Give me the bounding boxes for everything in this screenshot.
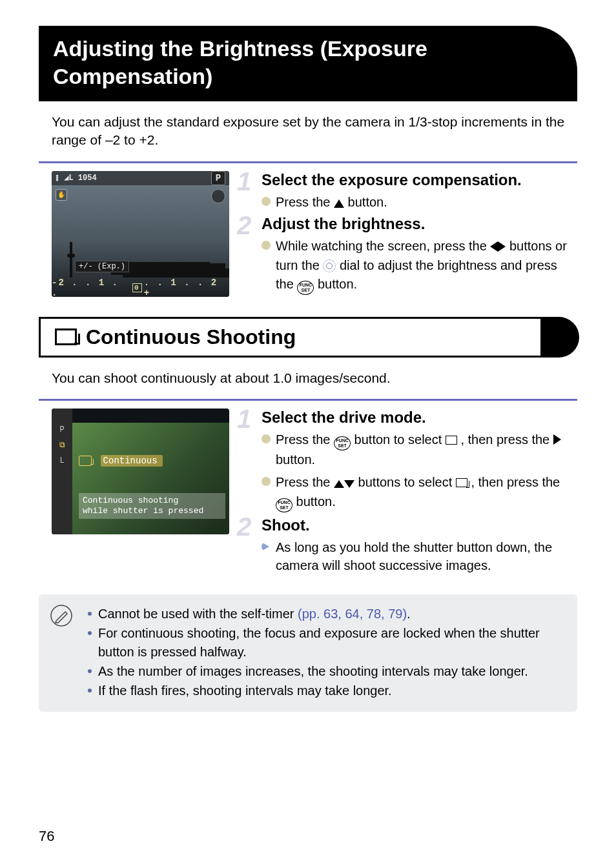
- hint-line: while shutter is pressed: [83, 506, 203, 516]
- lcd-exposure-scale: -2 . . 1 . . 0 . . 1 . . 2 +: [52, 281, 229, 294]
- func-set-button-icon: FUNCSET: [334, 436, 351, 450]
- up-button-icon: [334, 199, 344, 208]
- text: Cannot be used with the self-timer: [98, 607, 298, 621]
- lcd-stabilizer-icon: ✋: [56, 189, 67, 201]
- text: buttons to select: [358, 475, 456, 489]
- step-bullet: While watching the screen, press the but…: [262, 237, 577, 295]
- text: While watching the screen, press the: [276, 239, 490, 253]
- note-item: If the flash fires, shooting intervals m…: [88, 681, 567, 700]
- section-heading-exposure: Adjusting the Brightness (Exposure Compe…: [39, 26, 577, 101]
- bullet-icon: [262, 434, 271, 443]
- step-title: Select the exposure compensation.: [262, 171, 577, 189]
- menu-label: Continuous: [101, 455, 163, 467]
- bullet-icon: [262, 197, 271, 206]
- lcd-exp-label: +/- (Exp.): [75, 261, 129, 272]
- step-1: 1 Select the exposure compensation. Pres…: [238, 171, 577, 211]
- divider: [39, 161, 577, 163]
- lcd-mode-badge: P: [211, 171, 225, 185]
- continuous-shot-icon: [456, 478, 467, 487]
- lcd-color-icon: [211, 189, 225, 203]
- text: button.: [348, 195, 387, 209]
- scale-right: . . 1 . . 2 +: [144, 278, 229, 297]
- text: button to select: [354, 432, 446, 447]
- text: , then press the: [460, 432, 553, 447]
- right-button-icon: [553, 434, 561, 445]
- text: Press the: [276, 432, 334, 447]
- scale-left: -2 . . 1 . .: [52, 278, 130, 297]
- control-dial-icon: [323, 259, 336, 272]
- step-2: 2 Shoot. As long as you hold the shutter…: [238, 516, 577, 575]
- left-item: L: [59, 456, 64, 465]
- bullet-icon: [262, 477, 271, 486]
- section2-intro: You can shoot continuously at about 1.0 …: [39, 369, 577, 387]
- result-arrow-icon: [262, 542, 271, 551]
- note-item: Cannot be used with the self-timer (pp. …: [88, 605, 567, 623]
- continuous-shooting-icon: [55, 328, 77, 345]
- section-heading-continuous: Continuous Shooting: [39, 317, 577, 358]
- func-set-button-icon: FUNCSET: [276, 498, 293, 512]
- left-item-selected: ⧉: [59, 441, 65, 450]
- section1-body: ⫿ ◢L 1054 P ✋ +/- (Exp.) -2 . . 1 . . 0 …: [39, 171, 577, 299]
- step-number: 1: [237, 168, 251, 194]
- step-title: Select the drive mode.: [262, 409, 577, 427]
- text: button.: [276, 452, 315, 467]
- text: , then press the: [471, 475, 560, 489]
- pencil-note-icon: [50, 605, 72, 627]
- text: button.: [318, 277, 357, 291]
- left-right-button-icon: [490, 238, 506, 256]
- step-bullet: Press the button.: [262, 193, 577, 211]
- heading-text: Continuous Shooting: [86, 325, 296, 349]
- note-item: As the number of images increases, the s…: [88, 662, 567, 680]
- bullet-icon: [262, 241, 271, 250]
- func-set-button-icon: FUNCSET: [297, 281, 314, 295]
- step-1: 1 Select the drive mode. Press the FUNCS…: [238, 409, 577, 512]
- step-bullet: As long as you hold the shutter button d…: [262, 538, 577, 575]
- lcd-screenshot-exposure: ⫿ ◢L 1054 P ✋ +/- (Exp.) -2 . . 1 . . 0 …: [52, 171, 229, 297]
- heading-text: Adjusting the Brightness (Exposure Compe…: [53, 35, 558, 90]
- step-bullet: Press the buttons to select , then press…: [262, 473, 577, 512]
- left-item: P: [59, 425, 64, 434]
- scale-zero: 0: [132, 283, 142, 292]
- note-item: For continuous shooting, the focus and e…: [88, 624, 567, 661]
- text: Press the: [276, 475, 334, 489]
- text: Press the: [276, 195, 334, 209]
- lcd-top-indicators: ⫿ ◢L 1054: [56, 173, 97, 183]
- single-shot-icon: [446, 436, 457, 445]
- section1-intro: You can adjust the standard exposure set…: [39, 113, 577, 150]
- divider: [39, 399, 577, 401]
- lcd-left-column: P ⧉ L: [52, 409, 72, 534]
- text: .: [407, 607, 411, 621]
- step-number: 2: [237, 212, 251, 238]
- step-number: 1: [237, 406, 251, 432]
- lcd-menu-selection: Continuous: [79, 455, 163, 467]
- hint-line: Continuous shooting: [83, 496, 178, 505]
- page-number: 76: [39, 828, 54, 845]
- step-bullet: Press the FUNCSET button to select , the…: [262, 430, 577, 469]
- section2-body: P ⧉ L Continuous Continuous shooting whi…: [39, 409, 577, 579]
- lcd-hint-box: Continuous shooting while shutter is pre…: [79, 493, 225, 520]
- continuous-icon: [79, 456, 92, 466]
- step-2: 2 Adjust the brightness. While watching …: [238, 215, 577, 295]
- lcd-screenshot-continuous: P ⧉ L Continuous Continuous shooting whi…: [52, 409, 229, 534]
- text: As long as you hold the shutter button d…: [276, 538, 577, 575]
- text: button.: [296, 494, 336, 509]
- page-reference-link[interactable]: (pp. 63, 64, 78, 79): [298, 607, 407, 621]
- step-title: Shoot.: [262, 516, 577, 534]
- step-title: Adjust the brightness.: [262, 215, 577, 233]
- up-down-button-icon: [334, 474, 354, 492]
- step-number: 2: [237, 514, 251, 540]
- notes-box: Cannot be used with the self-timer (pp. …: [39, 594, 577, 712]
